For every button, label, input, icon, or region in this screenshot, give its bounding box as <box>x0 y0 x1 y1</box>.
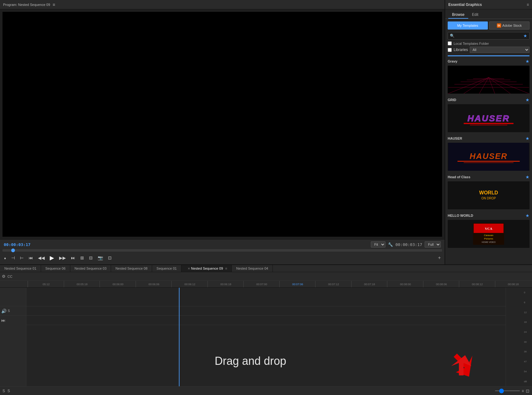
libraries-select[interactable]: All <box>470 47 530 53</box>
fast-forward-button[interactable]: ▶▶ <box>58 255 67 261</box>
ruler-mark-12: 00:08:12 <box>459 281 495 288</box>
section-header-hoc: Head of Class ★ <box>448 174 530 179</box>
template-thumb-hoc[interactable]: WORLD ON DROP <box>448 181 530 209</box>
track-label-a2: ⏭ <box>0 316 26 325</box>
section-star-gravy[interactable]: ★ <box>525 59 530 64</box>
local-templates-row: Local Templates Folder <box>448 41 530 45</box>
tab-menu-nested-seq-09[interactable]: ≡ <box>225 267 227 270</box>
tab-label-nested-seq-04: Nested Sequence 04 <box>236 267 268 270</box>
local-templates-label: Local Templates Folder <box>454 42 489 45</box>
ruler-mark-10: 00:08:00 <box>387 281 423 288</box>
export-frame-button[interactable]: 📷 <box>96 255 104 261</box>
svg-rect-19 <box>458 161 520 162</box>
timeline-tab-sequence-06[interactable]: Sequence 06 <box>41 265 70 272</box>
tab-close-nested-seq-09[interactable]: ✕ <box>188 267 190 270</box>
playback-controls: ⬧ ⊣ ⊢ ⏮ ◀◀ ▶ ▶▶ ⏭ ⊞ ⊟ 📷 ⊡ + <box>2 253 442 263</box>
timeline-side-panel: 🔊 S ⏭ <box>0 288 26 386</box>
timeline-tab-nested-seq-09[interactable]: ✕ Nested Sequence 09 ≡ <box>181 265 232 272</box>
favorite-star-icon[interactable]: ★ <box>523 33 527 38</box>
play-button[interactable]: ▶ <box>49 254 55 262</box>
section-star-grid[interactable]: ★ <box>525 97 530 102</box>
add-button[interactable]: + <box>437 254 442 261</box>
mark-in-button[interactable]: ⬧ <box>2 255 7 261</box>
insert-button[interactable]: ⊞ <box>79 255 85 261</box>
wrench-icon[interactable]: 🔧 <box>388 242 393 247</box>
scrubber-bar[interactable] <box>2 249 442 252</box>
monitor-title: Program: Nested Sequence 09 <box>3 3 50 7</box>
level-db: dB <box>524 380 530 383</box>
tab-label-nested-seq-03: Nested Sequence 03 <box>75 267 107 270</box>
timeline-tab-nested-seq-03[interactable]: Nested Sequence 03 <box>70 265 111 272</box>
level-indicator: 0 6 12 18 24 30 36 47 54 dB <box>524 288 530 386</box>
section-star-hoc[interactable]: ★ <box>525 174 530 179</box>
adobe-stock-button[interactable]: St Adobe Stock <box>489 21 530 30</box>
track-s-label: S <box>8 309 10 313</box>
section-header-hello-world: HELLO WORLD ★ <box>448 213 530 218</box>
tab-browse[interactable]: Browse <box>448 11 468 19</box>
lift-extract-button[interactable]: ⊡ <box>107 255 113 261</box>
libraries-row: Libraries All <box>448 47 530 53</box>
template-thumb-grid[interactable]: HAUSER HAUSER <box>448 104 530 132</box>
search-input[interactable] <box>456 34 523 38</box>
timecode-right: 00:00:03:17 <box>395 242 422 247</box>
solo-button[interactable]: S <box>2 389 5 393</box>
drag-drop-text: Drag and drop <box>215 355 286 367</box>
full-select[interactable]: Full <box>425 241 441 248</box>
section-label-hello-world: HELLO WORLD <box>448 214 473 217</box>
eg-menu-icon[interactable]: ≡ <box>527 2 529 7</box>
go-to-in-button[interactable]: ⏮ <box>27 255 34 261</box>
timeline-tools: ⚙ CC <box>0 272 532 281</box>
timeline-tab-nested-seq-08[interactable]: Nested Sequence 08 <box>111 265 152 272</box>
level-18: 18 <box>524 321 530 323</box>
ruler-mark-3: 00:06:06 <box>136 281 172 288</box>
section-star-hauser[interactable]: ★ <box>525 136 530 141</box>
monitor-menu-icon[interactable]: ≡ <box>53 2 55 7</box>
timeline-tab-nested-seq-04[interactable]: Nested Sequence 04 <box>232 265 273 272</box>
adobe-stock-label: Adobe Stock <box>502 24 522 27</box>
monitor-controls: 00:00:03:17 Fit 🔧 00:00:03:17 Full ⬧ ⊣ <box>0 239 445 264</box>
svg-rect-21 <box>448 181 529 209</box>
libraries-checkbox[interactable] <box>448 48 452 52</box>
local-templates-checkbox[interactable] <box>448 41 452 45</box>
overwrite-button[interactable]: ⊟ <box>88 255 94 261</box>
skip-icon[interactable]: ⏭ <box>1 318 6 323</box>
my-templates-button[interactable]: My Templates <box>448 21 488 30</box>
timeline-tab-nested-seq-01[interactable]: Nested Sequence 01 <box>0 265 41 272</box>
template-thumb-gravy[interactable] <box>448 66 530 94</box>
template-section-hello-world: HELLO WORLD ★ VCA Caravan Pictures HOME … <box>448 213 530 248</box>
template-source-buttons: My Templates St Adobe Stock <box>448 21 530 30</box>
solo-button-2[interactable]: S <box>7 389 10 393</box>
tab-edit[interactable]: Edit <box>468 11 482 19</box>
search-icon: 🔍 <box>450 34 455 38</box>
level-0: 0 <box>524 291 530 294</box>
ruler-mark-0: 05:12 <box>28 281 64 288</box>
template-thumb-hello-world[interactable]: VCA Caravan Pictures HOME VIDEO <box>448 220 530 248</box>
template-section-gravy: Gravy ★ <box>448 59 530 94</box>
template-section-grid: GRID ★ HAUSER HAUSER <box>448 97 530 132</box>
rewind-button[interactable]: ◀◀ <box>37 255 46 261</box>
go-to-out-button[interactable]: ⏭ <box>70 255 77 261</box>
timeline-area: Nested Sequence 01 Sequence 06 Nested Se… <box>0 264 532 395</box>
step-back-button[interactable]: ⊣ <box>10 255 16 261</box>
timeline-tab-sequence-01[interactable]: Sequence 01 <box>152 265 181 272</box>
timecode-left: 00:00:03:17 <box>4 242 30 247</box>
zoom-slider[interactable] <box>495 390 520 391</box>
step-forward-small-button[interactable]: ⊢ <box>19 255 25 261</box>
section-star-hello-world[interactable]: ★ <box>525 213 530 218</box>
svg-text:HAUSER: HAUSER <box>467 114 510 123</box>
fit-select[interactable]: Fit <box>371 241 385 248</box>
timeline-captions-icon[interactable]: CC <box>7 275 12 278</box>
template-thumb-hauser[interactable]: HAUSER <box>448 143 530 171</box>
ruler-mark-2: 00:06:00 <box>100 281 136 288</box>
timeline-tabs: Nested Sequence 01 Sequence 06 Nested Se… <box>0 265 532 272</box>
level-24: 24 <box>524 331 530 333</box>
fit-timeline-icon[interactable]: ⊡ <box>526 388 530 393</box>
ruler-mark-7: 00:07:06 <box>279 281 315 288</box>
scrubber-head[interactable] <box>11 249 15 252</box>
timeline-menu-icon[interactable]: ≡ <box>522 389 524 393</box>
speaker-icon: 🔊 <box>1 309 7 314</box>
svg-text:ON DROP: ON DROP <box>481 197 496 200</box>
timeline-settings-icon[interactable]: ⚙ <box>2 274 6 279</box>
adobe-stock-icon: St <box>497 23 501 28</box>
timeline-tracks[interactable]: Drag and drop <box>26 288 506 386</box>
